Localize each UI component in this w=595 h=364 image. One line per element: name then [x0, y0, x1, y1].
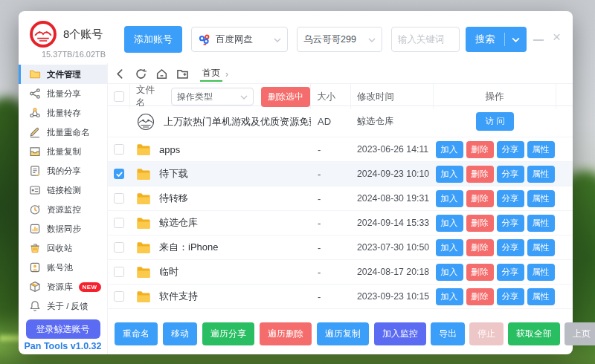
home-icon[interactable] — [155, 68, 168, 80]
row-action-delete-button[interactable]: 删除 — [466, 264, 494, 281]
table-row[interactable]: 软件支持-2023-09-23 10:15加入删除分享属性 — [108, 285, 573, 309]
delete-selected-button[interactable]: 删除选中 — [261, 87, 310, 107]
ad-visit-button[interactable]: 访 问 — [476, 112, 513, 131]
new-folder-icon[interactable] — [176, 68, 189, 80]
row-action-add-button[interactable]: 加入 — [436, 190, 463, 207]
add-monitor-button[interactable]: 加入监控 — [374, 322, 426, 345]
file-name[interactable]: 待转移 — [159, 192, 188, 205]
sidebar-item-transfer[interactable]: 批量转存 — [19, 103, 107, 123]
file-name[interactable]: 软件支持 — [159, 290, 198, 303]
sidebar-item-myshare[interactable]: 我的分享 — [19, 161, 107, 181]
file-name[interactable]: 来自：iPhone — [159, 241, 218, 254]
row-action-add-button[interactable]: 加入 — [436, 239, 463, 256]
back-icon[interactable] — [114, 68, 126, 80]
file-size: - — [311, 291, 351, 302]
table-row[interactable]: apps-2023-06-26 14:11加入删除分享属性 — [108, 137, 573, 162]
breadcrumb[interactable]: 首页 › — [200, 66, 228, 82]
row-action-share-button[interactable]: 分享 — [497, 166, 524, 183]
row-action-add-button[interactable]: 加入 — [436, 264, 463, 281]
file-name[interactable]: 待下载 — [159, 167, 188, 181]
sidebar-item-linkcheck[interactable]: 链接检测 — [19, 181, 107, 200]
traverse-copy-button[interactable]: 遍历复制 — [317, 322, 369, 345]
add-account-button[interactable]: 添加账号 — [124, 26, 182, 53]
row-action-share-button[interactable]: 分享 — [497, 239, 524, 256]
account-select[interactable]: 乌云哥哥299 — [297, 27, 382, 52]
row-action-add-button[interactable]: 加入 — [436, 166, 463, 183]
sidebar-item-copy[interactable]: 批量复制 — [19, 142, 107, 161]
sidebar-item-pool[interactable]: 账号池 — [19, 258, 107, 277]
row-action-delete-button[interactable]: 删除 — [466, 166, 494, 183]
search-input[interactable] — [391, 27, 460, 52]
table-row[interactable]: 来自：iPhone-2023-07-30 10:50加入删除分享属性 — [108, 235, 573, 260]
rename-button[interactable]: 重命名 — [115, 322, 158, 345]
storage-usage: 15.37TB/16.02TB — [26, 50, 121, 59]
table-row[interactable]: 待下载-2024-09-23 10:10加入删除分享属性 — [108, 162, 573, 186]
table-row[interactable]: 待转移-2024-08-30 19:31加入删除分享属性 — [108, 186, 573, 211]
close-icon[interactable]: × — [553, 32, 561, 42]
row-action-share-button[interactable]: 分享 — [497, 215, 524, 232]
row-action-attrs-button[interactable]: 属性 — [527, 215, 555, 232]
file-name[interactable]: 鲸选仓库 — [159, 216, 198, 230]
row-checkbox[interactable] — [114, 169, 124, 179]
app-window: × 8个账号 15.37TB/16.02TB 添加账号 百度网盘 乌云哥哥299 — [19, 11, 573, 354]
traverse-share-button[interactable]: 遍历分享 — [202, 322, 254, 345]
sidebar-item-resource[interactable]: 资源库NEW — [19, 277, 107, 296]
sidebar-item-monitor[interactable]: 资源监控 — [19, 200, 107, 219]
row-action-delete-button[interactable]: 删除 — [466, 190, 494, 207]
refresh-icon[interactable] — [135, 68, 147, 80]
sidebar-item-label: 账号池 — [47, 262, 73, 273]
sidebar-item-rename[interactable]: 批量重命名 — [19, 123, 107, 142]
traverse-delete-button[interactable]: 遍历删除 — [260, 322, 312, 345]
row-checkbox[interactable] — [114, 144, 124, 155]
table-row[interactable]: 鲸选仓库-2024-09-14 15:33加入删除分享属性 — [108, 211, 573, 235]
row-action-attrs-button[interactable]: 属性 — [527, 239, 555, 256]
search-split-button[interactable]: 搜索 — [466, 27, 527, 52]
row-action-attrs-button[interactable]: 属性 — [527, 141, 555, 158]
ad-row[interactable]: 上万款热门单机游戏及优质资源免费下 AD 鲸选仓库 访 问 — [108, 106, 573, 137]
transfer-icon — [29, 107, 41, 119]
row-action-delete-button[interactable]: 删除 — [466, 239, 494, 256]
row-action-delete-button[interactable]: 删除 — [466, 141, 494, 158]
row-action-attrs-button[interactable]: 属性 — [527, 190, 555, 207]
row-action-delete-button[interactable]: 删除 — [466, 288, 494, 305]
row-checkbox[interactable] — [114, 242, 124, 253]
ad-text[interactable]: 上万款热门单机游戏及优质资源免费下 — [164, 115, 311, 129]
row-action-add-button[interactable]: 加入 — [436, 288, 463, 305]
row-checkbox[interactable] — [114, 218, 124, 228]
sidebar-item-folder[interactable]: 文件管理 — [19, 65, 107, 84]
breadcrumb-home[interactable]: 首页 — [200, 66, 222, 82]
row-action-add-button[interactable]: 加入 — [436, 215, 463, 232]
row-checkbox[interactable] — [114, 267, 124, 277]
row-checkbox[interactable] — [114, 193, 124, 204]
export-button[interactable]: 导出 — [431, 322, 465, 345]
file-name[interactable]: apps — [159, 144, 180, 155]
search-dropdown-chevron-icon[interactable] — [505, 37, 527, 42]
operation-type-select[interactable]: 操作类型 — [171, 88, 254, 105]
table-row[interactable]: 临时-2024-08-17 20:18加入删除分享属性 — [108, 260, 573, 285]
login-jingxuan-button[interactable]: 登录鲸选账号 — [26, 319, 100, 339]
search-button-label[interactable]: 搜索 — [466, 33, 504, 46]
sidebar-item-about[interactable]: 关于 / 反馈 — [19, 296, 107, 316]
app-logo-whale-icon — [29, 20, 57, 48]
row-action-attrs-button[interactable]: 属性 — [527, 264, 555, 281]
row-checkbox[interactable] — [114, 291, 124, 302]
sidebar-item-share[interactable]: 批量分享 — [19, 84, 107, 103]
sidebar-item-sync[interactable]: 数据同步 — [19, 219, 107, 238]
platform-select[interactable]: 百度网盘 — [191, 27, 288, 52]
row-action-share-button[interactable]: 分享 — [497, 190, 524, 207]
select-all-checkbox[interactable] — [114, 91, 124, 102]
stop-button[interactable]: 停止 — [469, 322, 504, 345]
file-name[interactable]: 临时 — [159, 265, 178, 279]
row-action-delete-button[interactable]: 删除 — [466, 215, 494, 232]
row-action-add-button[interactable]: 加入 — [436, 141, 463, 158]
sidebar-item-recycle[interactable]: 回收站 — [19, 238, 107, 258]
get-all-button[interactable]: 获取全部 — [508, 322, 560, 345]
prev-page-button[interactable]: 上页 — [565, 322, 595, 345]
row-action-attrs-button[interactable]: 属性 — [527, 288, 555, 305]
row-action-attrs-button[interactable]: 属性 — [527, 166, 555, 183]
row-action-share-button[interactable]: 分享 — [497, 288, 524, 305]
row-action-share-button[interactable]: 分享 — [497, 264, 524, 281]
minimize-icon[interactable] — [533, 39, 544, 41]
move-button[interactable]: 移动 — [163, 322, 197, 345]
row-action-share-button[interactable]: 分享 — [497, 141, 524, 158]
